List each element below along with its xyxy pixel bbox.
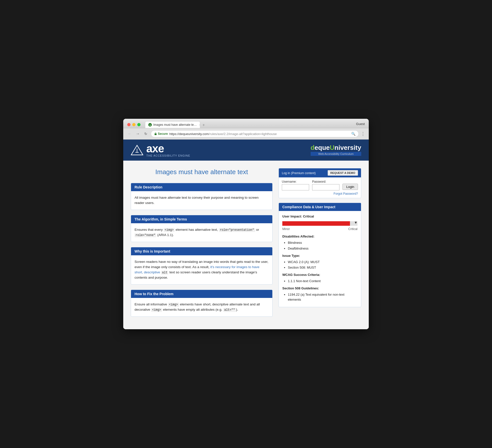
refresh-button[interactable]: ↻ (143, 132, 149, 136)
algorithm-header: The Algorithm, in Simple Terms (131, 215, 272, 223)
section508-item: 1194.22 (a) Text equivalent for non-text… (288, 292, 357, 303)
axe-triangle-icon (131, 144, 143, 156)
login-header: Log in (Premium content) REQUEST A DEMO (279, 168, 361, 177)
how-to-fix-section: How to Fix the Problem Ensure all inform… (131, 290, 273, 317)
rule-description-header: Rule Description (131, 183, 272, 191)
disabilities-list: Blindness Deafblindness (282, 240, 357, 251)
impact-bar-fill (282, 221, 350, 226)
login-button[interactable]: Login (342, 184, 358, 190)
code-img: <img> (164, 228, 175, 232)
username-label: Username: (282, 180, 309, 183)
code-alt: alt (161, 271, 169, 275)
forward-button[interactable]: → (135, 132, 141, 136)
issue-type-title: Issue Type: (282, 253, 357, 259)
why-important-body: Screen readers have no way of translatin… (131, 255, 272, 284)
issue-type-508: Section 508: MUST (288, 265, 357, 270)
issue-type-wcag: WCAG 2.0 (A): MUST (288, 260, 357, 265)
login-title: Log in (Premium content) (282, 171, 316, 175)
axe-text-block: axe THE ACCESSIBILITY ENGINE (146, 143, 190, 157)
minimize-button[interactable] (132, 123, 136, 126)
tab-title: Images must have alternate te… (153, 123, 197, 127)
main-body: Images must have alternate text Rule Des… (123, 161, 369, 329)
title-bar: a Images must have alternate te… ✕ + Gue… (123, 119, 369, 128)
issue-type-list: WCAG 2.0 (A): MUST Section 508: MUST (282, 260, 357, 271)
section508-title: Section 508 Guidelines: (282, 286, 357, 291)
request-demo-button[interactable]: REQUEST A DEMO (328, 170, 358, 176)
code-img2: <img> (168, 303, 179, 307)
username-field: Username: (282, 180, 309, 190)
login-title-text: Log in (282, 171, 290, 175)
why-important-header: Why this is Important (131, 247, 272, 255)
necessary-link-text: it's necessary for images to have short,… (135, 265, 260, 274)
svg-rect-2 (155, 134, 157, 135)
deque-wordmark: dequeUniversity (311, 144, 361, 151)
username-input[interactable] (282, 184, 309, 190)
more-options-button[interactable]: ⋮ (361, 131, 365, 137)
back-button[interactable]: ← (127, 132, 133, 136)
code-alt-empty: alt="" (223, 308, 236, 312)
url-base: https://dequeuniversity.com (169, 132, 209, 136)
section508-list: 1194.22 (a) Text equivalent for non-text… (282, 292, 357, 303)
url-bar[interactable]: Secure https://dequeuniversity.com/rules… (151, 130, 359, 137)
secure-text: Secure (158, 132, 168, 136)
algorithm-section: The Algorithm, in Simple Terms Ensures t… (131, 215, 273, 242)
site-header: axe THE ACCESSIBILITY ENGINE dequeUniver… (123, 140, 369, 161)
login-body: Username: Password: Login Forgot P (279, 177, 361, 198)
forgot-password-link[interactable]: Forgot Password? (282, 192, 358, 195)
deque-logo-area: dequeUniversity Web Accessibility Curric… (311, 144, 361, 156)
disabilities-title: Disabilities Affected: (282, 234, 357, 239)
user-impact-value: Critical (303, 214, 314, 218)
axe-wordmark: axe (146, 143, 190, 154)
impact-min-label: Minor (282, 227, 290, 232)
user-impact-label: User Impact: Critical (282, 214, 357, 219)
how-to-fix-header: How to Fix the Problem (131, 290, 272, 298)
tab-favicon: a (148, 123, 152, 127)
right-column: Log in (Premium content) REQUEST A DEMO … (279, 168, 361, 321)
code-role-presentation: role="presentation" (219, 228, 255, 232)
impact-labels: Minor Critical (282, 227, 357, 232)
code-img3: <img> (151, 308, 162, 312)
compliance-body: User Impact: Critical ▼ Minor Critical (279, 211, 361, 307)
axe-logo: axe THE ACCESSIBILITY ENGINE (131, 143, 190, 157)
maximize-button[interactable] (137, 123, 141, 126)
search-icon: 🔍 (351, 132, 355, 136)
url-text: https://dequeuniversity.com/rules/axe/2.… (169, 132, 277, 136)
compliance-header: Compliance Data & User Impact (279, 203, 361, 211)
impact-bar-bg (282, 221, 357, 226)
algorithm-body: Ensures that every <img> element has alt… (131, 223, 272, 242)
window-buttons (127, 123, 141, 126)
rule-description-text: All images must have alternate text to c… (135, 196, 259, 205)
user-impact-title: User Impact: (282, 214, 302, 218)
address-bar: ← → ↻ Secure https://dequeuniversity.com… (123, 128, 369, 140)
wcag-criteria-list: 1.1.1 Non-text Content (282, 279, 357, 284)
secure-badge: Secure (154, 132, 168, 136)
page-title: Images must have alternate text (131, 168, 273, 176)
password-label: Password: (312, 180, 339, 183)
login-premium-label: (Premium content) (291, 171, 316, 175)
how-to-fix-body: Ensure all informative <img> elements ha… (131, 298, 272, 316)
wcag-item-111: 1.1.1 Non-text Content (288, 279, 357, 284)
login-box: Log in (Premium content) REQUEST A DEMO … (279, 168, 361, 198)
url-path: /rules/axe/2.2/image-alt?application=lig… (209, 132, 277, 136)
tab-area: a Images must have alternate te… ✕ + (145, 121, 353, 128)
impact-bar-container: ▼ (282, 221, 357, 226)
browser-window: a Images must have alternate te… ✕ + Gue… (123, 119, 369, 329)
new-tab-button[interactable]: + (200, 122, 207, 128)
password-input[interactable] (312, 184, 339, 190)
why-important-section: Why this is Important Screen readers hav… (131, 247, 273, 285)
close-button[interactable] (127, 123, 131, 126)
code-role-none: role="none" (135, 233, 156, 237)
page-content: axe THE ACCESSIBILITY ENGINE dequeUniver… (123, 140, 369, 329)
login-button-wrapper: Login (342, 180, 358, 190)
impact-bar-indicator: ▼ (354, 220, 357, 225)
left-column: Images must have alternate text Rule Des… (131, 168, 273, 321)
wcag-criteria-title: WCAG Success Criteria: (282, 272, 357, 278)
rule-description-body: All images must have alternate text to c… (131, 191, 272, 210)
disability-deafblindness: Deafblindness (288, 246, 357, 251)
axe-subtitle: THE ACCESSIBILITY ENGINE (146, 154, 190, 157)
deque-curriculum-label: Web Accessibility Curriculum (311, 152, 361, 156)
active-tab[interactable]: a Images must have alternate te… ✕ (145, 121, 200, 128)
guest-label: Guest (356, 122, 365, 127)
rule-description-section: Rule Description All images must have al… (131, 183, 273, 210)
login-row: Username: Password: Login (282, 180, 358, 190)
